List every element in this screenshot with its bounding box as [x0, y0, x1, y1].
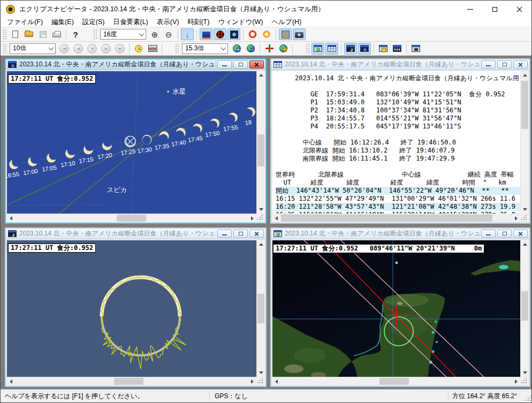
- menu-編集[interactable]: 編集(E): [47, 17, 78, 27]
- scroll-thumb[interactable]: [281, 215, 492, 222]
- data-table-canvas[interactable]: 2023.10.14 北・中央・南アメリカ縦断金環日食（月縁あり・ウシュマル用）…: [272, 71, 528, 222]
- map-window-titlebar[interactable]: 2023.10.14 北・中央・南アメリカ縦断金環日食（月縁あり・ウシュマル用.…: [271, 229, 529, 239]
- chevron-down-icon[interactable]: [219, 44, 227, 54]
- scroll-right-arrow[interactable]: [512, 377, 520, 385]
- data-horizontal-scrollbar[interactable]: [272, 214, 520, 222]
- map-horizontal-scrollbar[interactable]: [272, 377, 520, 385]
- scroll-right-arrow[interactable]: [248, 377, 256, 385]
- window-capture-button[interactable]: [409, 43, 422, 55]
- map-window[interactable]: 2023.10.14 北・中央・南アメリカ縦断金環日食（月縁あり・ウシュマル用.…: [270, 227, 530, 387]
- scroll-thumb[interactable]: [117, 215, 146, 222]
- view-celestial-button[interactable]: [214, 28, 226, 40]
- zoom-in-button[interactable]: ⊕: [148, 28, 161, 40]
- resize-grip[interactable]: [256, 214, 264, 222]
- limb-restore-button[interactable]: [233, 230, 248, 238]
- scroll-down-arrow[interactable]: [257, 206, 264, 214]
- limb-horizontal-scrollbar[interactable]: [7, 377, 256, 385]
- print-button[interactable]: [50, 28, 63, 40]
- menu-日食要素[interactable]: 日食要素(L): [109, 17, 152, 27]
- resize-grip[interactable]: [520, 214, 528, 222]
- scroll-left-arrow[interactable]: [7, 377, 15, 385]
- limb-window-titlebar[interactable]: 2023.10.14 北・中央・南アメリカ縦断金環日食（月縁あり・ウシュマル用.…: [6, 229, 265, 239]
- limb-minimize-button[interactable]: [217, 230, 232, 238]
- set-now-button[interactable]: NOW: [146, 43, 159, 55]
- scroll-down-arrow[interactable]: [257, 369, 264, 377]
- menu-ウィンドウ[interactable]: ウィンドウ(W): [214, 17, 267, 27]
- scroll-thumb[interactable]: [521, 81, 528, 129]
- scroll-right-arrow[interactable]: [248, 214, 256, 222]
- window-timebar-button[interactable]: [391, 43, 404, 55]
- scroll-thumb[interactable]: [379, 378, 409, 385]
- view-disc-button[interactable]: [227, 28, 240, 40]
- sky-restore-button[interactable]: [233, 60, 248, 69]
- toolbar-grip[interactable]: [176, 44, 179, 54]
- chevron-down-icon[interactable]: [47, 44, 55, 54]
- map-canvas[interactable]: 17:27:11 UT 食分:0.952 089°46'11"W 20°21'3…: [272, 240, 528, 385]
- help-button[interactable]: ?: [69, 28, 82, 40]
- toolbar-grip[interactable]: [306, 44, 309, 54]
- scroll-up-arrow[interactable]: [257, 240, 264, 248]
- scroll-left-arrow[interactable]: [272, 214, 280, 222]
- center-point-button[interactable]: [263, 43, 276, 55]
- open-file-button[interactable]: [22, 28, 35, 40]
- scroll-thumb[interactable]: [114, 378, 143, 385]
- view-horizon-button[interactable]: [200, 28, 212, 40]
- map-settings-button[interactable]: ~: [277, 43, 290, 55]
- menu-設定[interactable]: 設定(S): [78, 17, 109, 27]
- menu-ヘルプ[interactable]: ヘルプ(H): [268, 17, 306, 27]
- maximize-button[interactable]: [482, 1, 507, 18]
- scroll-left-arrow[interactable]: [7, 214, 15, 222]
- window-map-button[interactable]: [311, 43, 324, 55]
- map-minimize-button[interactable]: [481, 230, 496, 238]
- toolbar-grip[interactable]: [3, 44, 6, 54]
- data-close-button[interactable]: [513, 60, 528, 69]
- map-zoom-select[interactable]: 15.3倍: [182, 43, 228, 54]
- scroll-thumb[interactable]: [521, 291, 528, 321]
- toolbar-grip[interactable]: [94, 29, 97, 39]
- menu-表示[interactable]: 表示(V): [153, 17, 184, 27]
- window-limb-button[interactable]: [358, 43, 371, 55]
- sky-view-canvas[interactable]: 17:27:11 UT 食分:0.952 16:5517:0017:0517:1…: [7, 71, 264, 222]
- sky-window-titlebar[interactable]: 2023.10.14 北・中央・南アメリカ縦断金環日食（月縁あり・ウシュマル用.…: [6, 59, 265, 70]
- limb-profile-canvas[interactable]: 17:27:11 UT 食分:0.952: [7, 240, 264, 385]
- data-window-titlebar[interactable]: 2023.10.14 北・中央・南アメリカ縦断金環日食（月縁あり・ウシュマル用.…: [271, 59, 529, 70]
- window-data-button[interactable]: [325, 43, 338, 55]
- window-resize-grip[interactable]: [525, 394, 532, 402]
- speed-select[interactable]: 10倍: [10, 43, 56, 54]
- minimize-button[interactable]: [458, 1, 482, 18]
- sky-close-button[interactable]: [249, 60, 264, 69]
- map-zoom-in-button[interactable]: +: [230, 43, 243, 55]
- scroll-down-arrow[interactable]: [521, 206, 528, 214]
- capture-button[interactable]: [293, 28, 306, 40]
- fov-select[interactable]: 16度: [100, 29, 146, 40]
- limb-vertical-scrollbar[interactable]: [256, 240, 264, 377]
- data-table-window[interactable]: 2023.10.14 北・中央・南アメリカ縦断金環日食（月縁あり・ウシュマル用.…: [270, 58, 530, 224]
- close-button[interactable]: [507, 1, 531, 18]
- scroll-left-arrow[interactable]: [272, 377, 280, 385]
- scroll-thumb[interactable]: [257, 294, 264, 323]
- data-minimize-button[interactable]: [481, 60, 496, 69]
- map-zoom-out-button[interactable]: -: [244, 43, 257, 55]
- sky-horizontal-scrollbar[interactable]: [7, 214, 256, 222]
- sky-vertical-scrollbar[interactable]: [256, 71, 264, 214]
- data-vertical-scrollbar[interactable]: [520, 71, 528, 214]
- resize-grip[interactable]: [256, 377, 264, 385]
- window-clock-button[interactable]: [377, 43, 390, 55]
- scroll-right-arrow[interactable]: [512, 214, 520, 222]
- scroll-thumb[interactable]: [257, 134, 264, 166]
- grid-display-button[interactable]: [279, 28, 292, 40]
- sky-minimize-button[interactable]: [217, 60, 232, 69]
- sky-view-window[interactable]: 2023.10.14 北・中央・南アメリカ縦断金環日食（月縁あり・ウシュマル用.…: [5, 58, 267, 224]
- map-vertical-scrollbar[interactable]: [520, 240, 528, 377]
- scroll-down-arrow[interactable]: [521, 369, 528, 377]
- map-restore-button[interactable]: [497, 230, 512, 238]
- data-restore-button[interactable]: [497, 60, 512, 69]
- baily-button[interactable]: [260, 28, 273, 40]
- scroll-up-arrow[interactable]: [521, 71, 528, 79]
- resize-grip[interactable]: [520, 377, 528, 385]
- time-settings-button[interactable]: [132, 43, 145, 55]
- window-sky-button[interactable]: [344, 43, 357, 55]
- menu-時刻[interactable]: 時刻(T): [183, 17, 214, 27]
- map-close-button[interactable]: [513, 230, 528, 238]
- zoom-out-button[interactable]: ⊖: [162, 28, 175, 40]
